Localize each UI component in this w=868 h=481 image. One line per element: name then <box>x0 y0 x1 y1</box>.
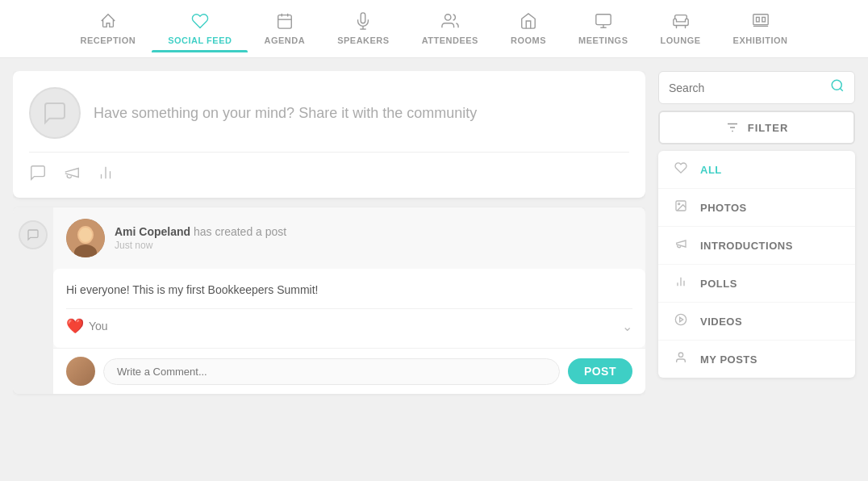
social-feed-icon <box>191 12 209 32</box>
reaction-left: ❤️ You <box>66 317 108 335</box>
commenter-avatar <box>66 357 95 386</box>
compose-avatar <box>29 87 81 139</box>
filter-all-label: ALL <box>700 164 722 176</box>
nav-lounge-label: LOUNGE <box>660 36 700 45</box>
svg-line-24 <box>840 88 842 90</box>
compose-comment-btn[interactable] <box>29 164 47 182</box>
reaction-text: You <box>89 320 108 333</box>
compose-box: Have something on your mind? Share it wi… <box>13 71 645 198</box>
nav-social-feed[interactable]: SOCIAL FEED <box>152 6 248 52</box>
post-author-avatar <box>66 219 105 257</box>
filter-button[interactable]: FILTER <box>658 111 855 144</box>
nav-rooms[interactable]: ROOMS <box>495 6 562 52</box>
nav-lounge[interactable]: LOUNGE <box>644 6 716 52</box>
search-input[interactable] <box>669 82 824 94</box>
compose-prompt: Have something on your mind? Share it wi… <box>94 105 477 122</box>
nav-exhibition-label: EXHIBITION <box>733 36 788 45</box>
nav-rooms-label: ROOMS <box>511 36 546 45</box>
feed-column: Have something on your mind? Share it wi… <box>13 71 645 468</box>
filter-my-posts-label: MY POSTS <box>700 353 757 366</box>
top-nav: RECEPTION SOCIAL FEED AGENDA SPEAKERS <box>0 0 868 58</box>
nav-meetings[interactable]: MEETINGS <box>562 6 644 52</box>
search-box[interactable] <box>658 71 855 104</box>
svg-point-22 <box>79 228 92 242</box>
post-author-name-text: Ami Copeland <box>115 225 190 238</box>
nav-agenda-label: AGENDA <box>264 36 305 45</box>
post-timestamp: Just now <box>115 240 286 251</box>
nav-reception-label: RECEPTION <box>81 36 136 45</box>
svg-marker-34 <box>680 317 683 321</box>
comment-area: POST <box>53 348 645 394</box>
chevron-down-icon[interactable]: ⌄ <box>622 319 632 334</box>
filter-introductions-label: INTRODUCTIONS <box>700 240 793 252</box>
comment-input[interactable] <box>103 358 560 385</box>
compose-actions <box>29 153 629 182</box>
post-reactions[interactable]: ❤️ You ⌄ <box>66 308 632 335</box>
post-author-name: Ami Copeland has created a post <box>115 225 286 238</box>
nav-speakers[interactable]: SPEAKERS <box>321 6 406 52</box>
post-action-text: has created a post <box>190 225 286 238</box>
svg-point-29 <box>678 203 680 205</box>
filter-all[interactable]: ALL <box>658 151 855 189</box>
svg-rect-12 <box>753 15 767 25</box>
nav-social-feed-label: SOCIAL FEED <box>168 36 232 45</box>
svg-point-33 <box>675 314 686 324</box>
nav-reception[interactable]: RECEPTION <box>65 6 152 52</box>
introductions-icon <box>673 237 689 253</box>
rooms-icon <box>520 12 537 32</box>
nav-attendees-label: ATTENDEES <box>422 36 478 45</box>
agenda-icon <box>276 12 294 32</box>
filter-polls-label: POLLS <box>700 278 737 290</box>
speakers-icon <box>354 12 372 32</box>
photos-icon <box>673 199 689 215</box>
svg-rect-14 <box>762 17 765 22</box>
post-main: Ami Copeland has created a post Just now… <box>53 207 645 394</box>
filter-photos[interactable]: PHOTOS <box>658 189 855 227</box>
right-sidebar: FILTER ALL PHOTOS <box>658 71 855 468</box>
all-icon <box>673 161 689 178</box>
svg-point-23 <box>832 80 841 90</box>
post-item: Ami Copeland has created a post Just now… <box>13 207 645 394</box>
filter-introductions[interactable]: INTRODUCTIONS <box>658 227 855 265</box>
nav-meetings-label: MEETINGS <box>578 36 628 45</box>
nav-speakers-label: SPEAKERS <box>337 36 390 45</box>
compose-top[interactable]: Have something on your mind? Share it wi… <box>29 87 629 153</box>
filter-icon <box>725 120 740 135</box>
videos-icon <box>673 313 689 329</box>
lounge-icon <box>672 12 690 32</box>
post-header: Ami Copeland has created a post Just now <box>53 207 645 269</box>
meetings-icon <box>595 12 612 32</box>
filter-polls[interactable]: POLLS <box>658 265 855 303</box>
post-content-box: Hi everyone! This is my first Bookkeeper… <box>53 269 645 348</box>
svg-point-6 <box>444 15 450 20</box>
filter-menu: ALL PHOTOS INTRODUCTIONS <box>658 151 855 378</box>
filter-label: FILTER <box>748 122 789 134</box>
reception-icon <box>99 12 117 32</box>
post-text: Hi everyone! This is my first Bookkeeper… <box>66 282 632 299</box>
nav-attendees[interactable]: ATTENDEES <box>406 6 495 52</box>
post-author-avatar-img <box>66 219 105 257</box>
filter-videos-label: VIDEOS <box>700 316 742 328</box>
main-layout: Have something on your mind? Share it wi… <box>0 58 868 481</box>
filter-my-posts[interactable]: MY POSTS <box>658 341 855 378</box>
filter-videos[interactable]: VIDEOS <box>658 303 855 341</box>
polls-icon <box>673 275 689 291</box>
nav-exhibition[interactable]: EXHIBITION <box>717 6 804 52</box>
post-author-info: Ami Copeland has created a post Just now <box>115 225 286 251</box>
search-button[interactable] <box>830 78 845 97</box>
svg-rect-0 <box>278 15 292 28</box>
my-posts-icon <box>673 351 689 367</box>
post-button[interactable]: POST <box>568 358 632 384</box>
svg-point-35 <box>678 353 682 357</box>
post-indicator-circle <box>19 220 48 249</box>
compose-megaphone-btn[interactable] <box>63 164 81 182</box>
filter-photos-label: PHOTOS <box>700 202 747 214</box>
attendees-icon <box>441 12 459 32</box>
post-sidebar-indicator <box>13 207 53 394</box>
svg-rect-7 <box>596 15 611 25</box>
heart-icon: ❤️ <box>66 317 84 335</box>
nav-agenda[interactable]: AGENDA <box>248 6 321 52</box>
svg-rect-13 <box>756 17 759 22</box>
compose-poll-btn[interactable] <box>97 164 115 182</box>
exhibition-icon <box>752 12 770 32</box>
